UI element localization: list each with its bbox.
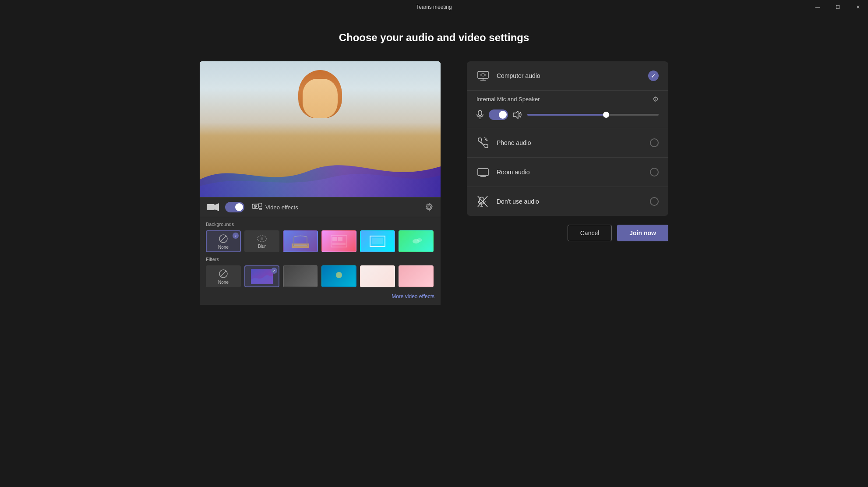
minimize-button[interactable]: —	[808, 0, 828, 14]
phone-audio-option[interactable]: Phone audio	[467, 128, 668, 158]
svg-rect-33	[478, 110, 482, 116]
volume-slider[interactable]	[527, 114, 659, 116]
phone-audio-label: Phone audio	[497, 139, 643, 146]
filter-wave-icon	[251, 269, 273, 284]
computer-audio-option[interactable]: Computer audio ✓	[467, 61, 668, 91]
backgrounds-row: ✓ None Blur	[206, 230, 434, 252]
svg-marker-36	[513, 111, 518, 119]
title-bar: Teams meeting — ☐ ✕	[0, 0, 868, 14]
room-audio-option[interactable]: Room audio	[467, 158, 668, 187]
svg-point-4	[255, 206, 256, 207]
volume-fill	[527, 114, 606, 116]
svg-point-8	[428, 206, 430, 208]
bg-none-check: ✓	[233, 233, 239, 239]
camera-controls-bar: Video effects	[200, 197, 441, 217]
page-title: Choose your audio and video settings	[339, 32, 529, 44]
mic-toggle[interactable]	[489, 109, 508, 120]
maximize-button[interactable]: ☐	[828, 0, 848, 14]
filter-sky-thumb[interactable]	[321, 265, 356, 287]
audio-settings-icon[interactable]: ⚙	[653, 95, 659, 103]
sky-icon	[407, 235, 425, 248]
video-effects-button[interactable]: Video effects	[252, 203, 298, 211]
backgrounds-section: Backgrounds ✓ None	[200, 217, 441, 305]
blur-icon	[255, 234, 268, 243]
svg-point-12	[261, 237, 263, 240]
background-bridge-thumb[interactable]	[283, 230, 318, 252]
audio-panel: Computer audio ✓ Internal Mic and Speake…	[467, 61, 668, 216]
mic-speaker-label-text: Internal Mic and Speaker	[476, 96, 540, 102]
video-preview	[200, 61, 441, 197]
phone-audio-icon	[476, 136, 490, 149]
wave-overlay	[200, 158, 441, 197]
no-audio-label: Don't use audio	[497, 198, 643, 205]
circle-slash-icon	[218, 233, 229, 244]
mic-icon	[476, 110, 483, 119]
svg-marker-1	[215, 203, 219, 211]
volume-row	[476, 109, 659, 120]
computer-audio-icon	[476, 69, 490, 82]
room-audio-label: Room audio	[497, 169, 643, 176]
no-audio-radio[interactable]	[650, 197, 659, 206]
frame-icon	[369, 235, 386, 248]
background-blur-thumb[interactable]: Blur	[244, 230, 279, 252]
svg-rect-18	[332, 237, 337, 241]
room-audio-icon	[476, 166, 490, 179]
filter-dark-thumb[interactable]	[283, 265, 318, 287]
svg-point-24	[417, 238, 422, 242]
filter-none-thumb[interactable]: None	[206, 265, 241, 287]
window-controls: — ☐ ✕	[808, 0, 868, 14]
svg-point-32	[482, 74, 484, 76]
more-video-effects-link[interactable]: More video effects	[206, 292, 434, 300]
volume-thumb[interactable]	[603, 112, 609, 118]
computer-audio-label: Computer audio	[497, 72, 641, 79]
window-title: Teams meeting	[416, 4, 452, 10]
video-panel: Video effects Backgrounds ✓	[200, 61, 441, 305]
svg-point-28	[336, 272, 342, 278]
svg-rect-29	[478, 71, 488, 78]
background-sky-thumb[interactable]	[399, 230, 434, 252]
svg-rect-37	[478, 169, 488, 176]
bg-none-label: None	[218, 245, 229, 250]
speaker-icon	[513, 111, 522, 119]
background-frame-thumb[interactable]	[360, 230, 395, 252]
right-panel: Computer audio ✓ Internal Mic and Speake…	[467, 61, 668, 241]
filter-wave-thumb[interactable]: ✓	[244, 265, 279, 287]
no-audio-option[interactable]: Don't use audio	[467, 187, 668, 216]
filter-none-label: None	[218, 280, 229, 285]
filter-wave-check: ✓	[271, 268, 277, 274]
filter-pink-thumb[interactable]	[399, 265, 434, 287]
filter-none-icon	[218, 268, 229, 279]
face	[303, 79, 338, 118]
filters-label: Filters	[206, 257, 434, 262]
room-audio-radio[interactable]	[650, 168, 659, 176]
computer-audio-check: ✓	[648, 71, 659, 81]
no-audio-icon	[476, 195, 490, 208]
join-now-button[interactable]: Join now	[617, 225, 668, 241]
filter-sky-icon	[330, 270, 348, 283]
panels-row: Video effects Backgrounds ✓	[200, 61, 668, 305]
settings-gear-icon[interactable]	[425, 203, 434, 212]
svg-line-10	[221, 236, 226, 241]
filter-soft-thumb[interactable]	[360, 265, 395, 287]
camera-toggle[interactable]	[225, 202, 244, 212]
cancel-button[interactable]: Cancel	[568, 225, 612, 241]
svg-line-26	[221, 271, 226, 276]
bg-blur-label: Blur	[258, 244, 266, 249]
close-button[interactable]: ✕	[848, 0, 868, 14]
mic-speaker-section: Internal Mic and Speaker ⚙	[467, 91, 668, 128]
mic-toggle-knob	[499, 111, 507, 119]
filters-row: None ✓	[206, 265, 434, 287]
background-office-thumb[interactable]	[321, 230, 356, 252]
svg-rect-5	[259, 203, 262, 206]
camera-icon	[207, 203, 219, 212]
bridge-icon	[292, 235, 309, 248]
backgrounds-label: Backgrounds	[206, 222, 434, 227]
svg-rect-19	[338, 237, 342, 241]
camera-toggle-knob	[235, 203, 243, 211]
svg-rect-0	[207, 204, 215, 210]
background-none-thumb[interactable]: ✓ None	[206, 230, 241, 252]
svg-rect-20	[332, 243, 346, 245]
action-row: Cancel Join now	[467, 225, 668, 241]
svg-rect-22	[372, 238, 383, 244]
phone-audio-radio[interactable]	[650, 138, 659, 147]
